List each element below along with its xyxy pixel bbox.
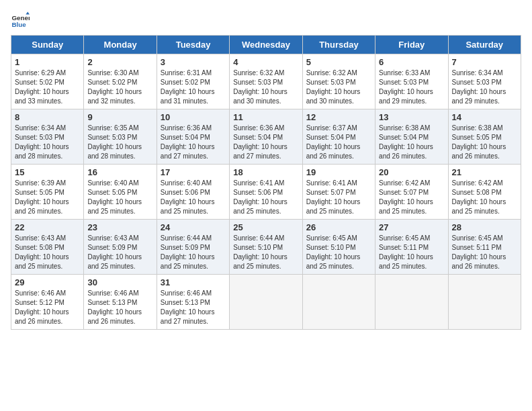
day-info: Sunrise: 6:38 AM Sunset: 5:04 PM Dayligh… [379, 124, 444, 161]
day-info: Sunrise: 6:35 AM Sunset: 5:03 PM Dayligh… [87, 124, 152, 161]
day-number: 16 [87, 167, 152, 177]
day-number: 2 [87, 57, 152, 67]
day-header-saturday: Saturday [448, 36, 521, 54]
svg-marker-2 [26, 11, 30, 14]
day-info: Sunrise: 6:43 AM Sunset: 5:09 PM Dayligh… [87, 234, 152, 271]
day-number: 15 [15, 167, 80, 177]
calendar-cell: 16Sunrise: 6:40 AM Sunset: 5:05 PM Dayli… [84, 165, 157, 220]
calendar-cell: 29Sunrise: 6:46 AM Sunset: 5:12 PM Dayli… [11, 275, 84, 330]
day-info: Sunrise: 6:45 AM Sunset: 5:11 PM Dayligh… [452, 234, 517, 271]
day-number: 27 [379, 222, 444, 232]
day-info: Sunrise: 6:39 AM Sunset: 5:05 PM Dayligh… [15, 179, 80, 216]
day-number: 14 [452, 112, 517, 122]
day-number: 18 [233, 167, 298, 177]
day-header-friday: Friday [375, 36, 448, 54]
calendar-cell: 13Sunrise: 6:38 AM Sunset: 5:04 PM Dayli… [375, 109, 448, 165]
svg-text:Blue: Blue [11, 21, 26, 28]
day-header-wednesday: Wednesday [230, 36, 302, 54]
day-info: Sunrise: 6:38 AM Sunset: 5:05 PM Dayligh… [452, 124, 517, 161]
calendar-cell: 31Sunrise: 6:46 AM Sunset: 5:13 PM Dayli… [157, 275, 229, 330]
calendar-cell: 5Sunrise: 6:32 AM Sunset: 5:03 PM Daylig… [302, 54, 375, 109]
day-info: Sunrise: 6:41 AM Sunset: 5:07 PM Dayligh… [306, 179, 371, 216]
day-info: Sunrise: 6:34 AM Sunset: 5:03 PM Dayligh… [452, 68, 517, 106]
page-header: General Blue [11, 11, 521, 30]
calendar-cell: 12Sunrise: 6:37 AM Sunset: 5:04 PM Dayli… [302, 109, 375, 165]
day-number: 9 [87, 112, 152, 122]
calendar-cell: 24Sunrise: 6:44 AM Sunset: 5:09 PM Dayli… [157, 220, 229, 275]
calendar-cell: 28Sunrise: 6:45 AM Sunset: 5:11 PM Dayli… [448, 220, 521, 275]
calendar-cell: 18Sunrise: 6:41 AM Sunset: 5:06 PM Dayli… [230, 165, 302, 220]
day-number: 31 [161, 277, 226, 287]
calendar-cell: 30Sunrise: 6:46 AM Sunset: 5:13 PM Dayli… [84, 275, 157, 330]
calendar-cell [302, 275, 375, 330]
header-row: SundayMondayTuesdayWednesdayThursdayFrid… [11, 36, 521, 54]
day-number: 17 [161, 167, 226, 177]
calendar-cell: 8Sunrise: 6:34 AM Sunset: 5:03 PM Daylig… [11, 109, 84, 165]
day-info: Sunrise: 6:46 AM Sunset: 5:13 PM Dayligh… [87, 289, 152, 326]
logo: General Blue [11, 11, 32, 30]
day-number: 10 [161, 112, 226, 122]
calendar-cell: 1Sunrise: 6:29 AM Sunset: 5:02 PM Daylig… [11, 54, 84, 109]
day-number: 29 [15, 277, 80, 287]
day-number: 11 [233, 112, 298, 122]
day-info: Sunrise: 6:29 AM Sunset: 5:02 PM Dayligh… [15, 68, 80, 106]
calendar-cell: 15Sunrise: 6:39 AM Sunset: 5:05 PM Dayli… [11, 165, 84, 220]
day-info: Sunrise: 6:46 AM Sunset: 5:12 PM Dayligh… [15, 289, 80, 326]
calendar-cell: 19Sunrise: 6:41 AM Sunset: 5:07 PM Dayli… [302, 165, 375, 220]
calendar-cell: 4Sunrise: 6:32 AM Sunset: 5:03 PM Daylig… [230, 54, 302, 109]
day-number: 4 [233, 57, 298, 67]
day-info: Sunrise: 6:33 AM Sunset: 5:03 PM Dayligh… [379, 68, 444, 106]
calendar-cell: 14Sunrise: 6:38 AM Sunset: 5:05 PM Dayli… [448, 109, 521, 165]
calendar-cell [448, 275, 521, 330]
day-info: Sunrise: 6:42 AM Sunset: 5:07 PM Dayligh… [379, 179, 444, 216]
day-info: Sunrise: 6:45 AM Sunset: 5:11 PM Dayligh… [379, 234, 444, 271]
calendar-cell: 7Sunrise: 6:34 AM Sunset: 5:03 PM Daylig… [448, 54, 521, 109]
calendar-cell: 3Sunrise: 6:31 AM Sunset: 5:02 PM Daylig… [157, 54, 229, 109]
week-row-4: 22Sunrise: 6:43 AM Sunset: 5:08 PM Dayli… [11, 220, 521, 275]
day-info: Sunrise: 6:30 AM Sunset: 5:02 PM Dayligh… [87, 68, 152, 106]
calendar-cell [230, 275, 302, 330]
day-number: 8 [15, 112, 80, 122]
calendar-cell [375, 275, 448, 330]
calendar-cell: 26Sunrise: 6:45 AM Sunset: 5:10 PM Dayli… [302, 220, 375, 275]
day-number: 1 [15, 57, 80, 67]
day-number: 13 [379, 112, 444, 122]
day-header-sunday: Sunday [11, 36, 84, 54]
day-header-thursday: Thursday [302, 36, 375, 54]
week-row-1: 1Sunrise: 6:29 AM Sunset: 5:02 PM Daylig… [11, 54, 521, 109]
day-number: 19 [306, 167, 371, 177]
day-number: 7 [452, 57, 517, 67]
logo-icon: General Blue [11, 11, 30, 30]
calendar-cell: 21Sunrise: 6:42 AM Sunset: 5:08 PM Dayli… [448, 165, 521, 220]
calendar-cell: 20Sunrise: 6:42 AM Sunset: 5:07 PM Dayli… [375, 165, 448, 220]
day-info: Sunrise: 6:37 AM Sunset: 5:04 PM Dayligh… [306, 124, 371, 161]
day-number: 6 [379, 57, 444, 67]
day-info: Sunrise: 6:43 AM Sunset: 5:08 PM Dayligh… [15, 234, 80, 271]
calendar-cell: 22Sunrise: 6:43 AM Sunset: 5:08 PM Dayli… [11, 220, 84, 275]
day-number: 21 [452, 167, 517, 177]
calendar-cell: 27Sunrise: 6:45 AM Sunset: 5:11 PM Dayli… [375, 220, 448, 275]
day-number: 3 [161, 57, 226, 67]
day-number: 20 [379, 167, 444, 177]
day-info: Sunrise: 6:44 AM Sunset: 5:09 PM Dayligh… [161, 234, 226, 271]
day-info: Sunrise: 6:34 AM Sunset: 5:03 PM Dayligh… [15, 124, 80, 161]
day-number: 30 [87, 277, 152, 287]
day-info: Sunrise: 6:32 AM Sunset: 5:03 PM Dayligh… [306, 68, 371, 106]
day-number: 25 [233, 222, 298, 232]
calendar-cell: 23Sunrise: 6:43 AM Sunset: 5:09 PM Dayli… [84, 220, 157, 275]
calendar-cell: 17Sunrise: 6:40 AM Sunset: 5:06 PM Dayli… [157, 165, 229, 220]
week-row-5: 29Sunrise: 6:46 AM Sunset: 5:12 PM Dayli… [11, 275, 521, 330]
day-number: 23 [87, 222, 152, 232]
day-number: 22 [15, 222, 80, 232]
week-row-3: 15Sunrise: 6:39 AM Sunset: 5:05 PM Dayli… [11, 165, 521, 220]
day-info: Sunrise: 6:44 AM Sunset: 5:10 PM Dayligh… [233, 234, 298, 271]
calendar-table: SundayMondayTuesdayWednesdayThursdayFrid… [11, 35, 521, 330]
day-header-tuesday: Tuesday [157, 36, 229, 54]
day-info: Sunrise: 6:40 AM Sunset: 5:06 PM Dayligh… [161, 179, 226, 216]
day-header-monday: Monday [84, 36, 157, 54]
day-number: 12 [306, 112, 371, 122]
day-number: 28 [452, 222, 517, 232]
day-number: 26 [306, 222, 371, 232]
week-row-2: 8Sunrise: 6:34 AM Sunset: 5:03 PM Daylig… [11, 109, 521, 165]
calendar-cell: 6Sunrise: 6:33 AM Sunset: 5:03 PM Daylig… [375, 54, 448, 109]
